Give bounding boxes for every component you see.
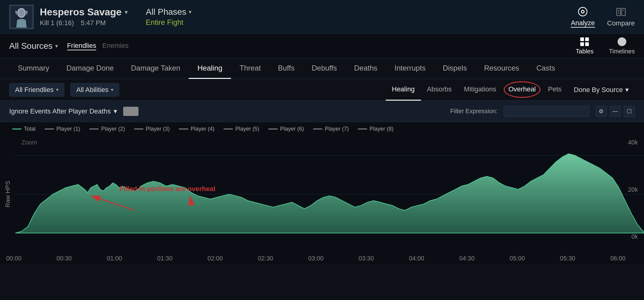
filter-expression-input[interactable] xyxy=(504,106,589,117)
legend-player1-label: Player (1) xyxy=(56,126,80,132)
tab-casts[interactable]: Casts xyxy=(528,58,564,79)
top-bar: Hesperos Savage ▾ Kill 1 (6:16) 5:47 PM … xyxy=(0,0,644,34)
legend-player5-label: Player (5) xyxy=(235,126,259,132)
done-by-source-button[interactable]: Done By Source ▾ xyxy=(568,86,635,94)
svg-point-5 xyxy=(582,11,584,13)
boss-name-container[interactable]: Hesperos Savage ▾ xyxy=(40,6,127,18)
legend-player4-line xyxy=(179,129,188,129)
chart-svg xyxy=(15,136,644,252)
tab-resources[interactable]: Resources xyxy=(475,58,528,79)
phase-dropdown-arrow: ▾ xyxy=(189,9,191,15)
all-friendlies-arrow: ▾ xyxy=(56,87,59,93)
tab-damage-taken[interactable]: Damage Taken xyxy=(122,58,189,79)
sub-tab-healing[interactable]: Healing xyxy=(386,79,421,101)
svg-rect-13 xyxy=(585,37,589,41)
entire-fight-label: Entire Fight xyxy=(146,18,191,27)
sub-tab-absorbs[interactable]: Absorbs xyxy=(421,79,458,101)
filter-expression-label: Filter Expression: xyxy=(450,108,498,115)
chart-legend: Total Player (1) Player (2) Player (3) P… xyxy=(0,122,644,136)
legend-player7: Player (7) xyxy=(313,126,349,132)
compare-button[interactable]: Compare xyxy=(607,6,635,27)
tab-damage-done[interactable]: Damage Done xyxy=(58,58,123,79)
chart-wrapper: Raw HPS Zoom xyxy=(0,136,644,252)
svg-rect-15 xyxy=(585,42,589,46)
ignore-events-arrow: ▾ xyxy=(114,107,117,115)
phase-selector[interactable]: All Phases ▾ Entire Fight xyxy=(146,7,191,27)
legend-player6-label: Player (6) xyxy=(280,126,304,132)
legend-player4: Player (4) xyxy=(179,126,214,132)
tab-buffs[interactable]: Buffs xyxy=(269,58,303,79)
ignore-events-toggle[interactable] xyxy=(123,107,138,116)
tab-healing[interactable]: Healing xyxy=(189,58,231,79)
svg-point-2 xyxy=(18,9,25,17)
x-tick-0430: 04:30 xyxy=(459,255,475,262)
tab-deaths[interactable]: Deaths xyxy=(346,58,386,79)
all-friendlies-button[interactable]: All Friendlies ▾ xyxy=(9,83,64,97)
ignore-events-text: Ignore Events After Player Deaths xyxy=(9,107,111,115)
y-axis-label: Raw HPS xyxy=(0,136,15,252)
sub-tab-pets[interactable]: Pets xyxy=(542,79,568,101)
legend-total-line xyxy=(12,129,21,129)
legend-player4-label: Player (4) xyxy=(191,126,214,132)
legend-player8-label: Player (8) xyxy=(369,126,393,132)
tables-label: Tables xyxy=(576,48,593,55)
zoom-label: Zoom xyxy=(21,139,37,146)
filter-settings-button[interactable]: ⚙ xyxy=(596,106,607,117)
enemies-filter[interactable]: Enemies xyxy=(102,42,129,50)
legend-player2: Player (2) xyxy=(89,126,125,132)
sub-header-right: Healing Absorbs Mitigations Overheal Pet… xyxy=(386,79,635,101)
fight-time: 5:47 PM xyxy=(81,19,106,27)
all-sources-arrow: ▾ xyxy=(55,43,58,49)
compare-label: Compare xyxy=(607,19,635,27)
sub-tab-overheal[interactable]: Overheal xyxy=(502,79,542,101)
done-by-source-arrow: ▾ xyxy=(625,86,629,94)
boss-meta: Kill 1 (6:16) 5:47 PM xyxy=(40,19,127,27)
x-tick-0000: 00:00 xyxy=(6,255,21,262)
x-tick-0100: 01:00 xyxy=(107,255,122,262)
legend-total: Total xyxy=(12,126,36,132)
tab-threat[interactable]: Threat xyxy=(231,58,269,79)
legend-player2-label: Player (2) xyxy=(101,126,125,132)
legend-player6-line xyxy=(268,129,278,129)
sources-bar: All Sources ▾ Friendlies Enemies Tables … xyxy=(0,34,644,58)
timelines-view-button[interactable]: Timelines xyxy=(609,37,635,55)
x-tick-0330: 03:30 xyxy=(358,255,374,262)
filter-minimize-button[interactable]: — xyxy=(610,106,621,117)
filter-bar: Ignore Events After Player Deaths ▾ Filt… xyxy=(0,101,644,122)
analyze-label: Analyze xyxy=(571,19,595,28)
chart-x-axis: 00:00 00:30 01:00 01:30 02:00 02:30 03:0… xyxy=(0,252,644,264)
tables-view-button[interactable]: Tables xyxy=(576,37,593,55)
timelines-label: Timelines xyxy=(609,48,635,55)
all-sources-text: All Sources xyxy=(9,41,53,51)
analyze-button[interactable]: Analyze xyxy=(571,6,595,28)
filter-expand-button[interactable]: ☐ xyxy=(624,106,635,117)
tab-interrupts[interactable]: Interrupts xyxy=(386,58,434,79)
tab-debuffs[interactable]: Debuffs xyxy=(303,58,345,79)
top-actions: Analyze Compare xyxy=(571,6,635,28)
source-filters: Friendlies Enemies xyxy=(67,42,129,50)
x-tick-0600: 06:00 xyxy=(610,255,626,262)
all-sources-button[interactable]: All Sources ▾ xyxy=(9,41,58,51)
tab-dispels[interactable]: Dispels xyxy=(434,58,475,79)
sub-tab-mitigations[interactable]: Mitigations xyxy=(458,79,502,101)
phase-text: All Phases xyxy=(146,7,186,17)
all-friendlies-text: All Friendlies xyxy=(15,86,54,94)
legend-player7-label: Player (7) xyxy=(325,126,349,132)
all-abilities-button[interactable]: All Abilities ▾ xyxy=(70,83,119,97)
x-tick-0130: 01:30 xyxy=(157,255,172,262)
tab-summary[interactable]: Summary xyxy=(9,58,58,79)
x-tick-0400: 04:00 xyxy=(409,255,424,262)
friendlies-filter[interactable]: Friendlies xyxy=(67,42,96,50)
legend-player5: Player (5) xyxy=(224,126,259,132)
x-tick-0530: 05:30 xyxy=(560,255,575,262)
svg-rect-7 xyxy=(622,8,625,16)
done-by-source-text: Done By Source xyxy=(574,86,623,94)
boss-dropdown-arrow: ▾ xyxy=(125,9,127,16)
kill-info: Kill 1 (6:16) xyxy=(40,19,74,27)
legend-player8: Player (8) xyxy=(358,126,393,132)
chart-inner[interactable]: Zoom xyxy=(15,136,644,252)
legend-player3-label: Player (3) xyxy=(146,126,170,132)
ignore-events-button[interactable]: Ignore Events After Player Deaths ▾ xyxy=(9,107,117,115)
legend-player3: Player (3) xyxy=(134,126,170,132)
legend-player1-line xyxy=(45,129,54,129)
